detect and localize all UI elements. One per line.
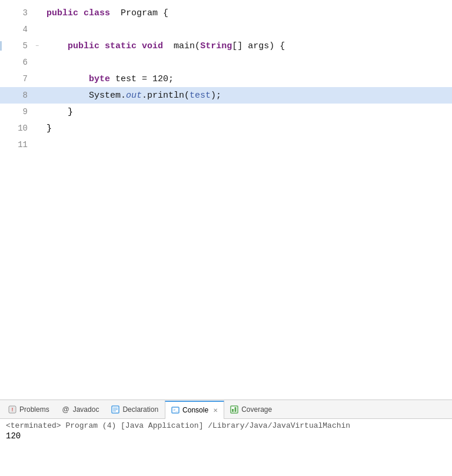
tab-problems[interactable]: !Problems: [2, 400, 56, 418]
line-content: public class Program {: [41, 8, 168, 18]
line-content: byte test = 120;: [41, 74, 174, 84]
svg-rect-8: [231, 406, 238, 413]
code-lines: 3public class Program {45− public static…: [0, 5, 452, 400]
tab-coverage[interactable]: Coverage: [224, 400, 278, 418]
code-line: 9 }: [0, 104, 452, 120]
tab-javadoc[interactable]: @Javadoc: [56, 400, 106, 418]
line-number: 8: [0, 91, 32, 100]
line-number: 5: [0, 41, 32, 51]
code-line: 6: [0, 54, 452, 71]
tab-bar: !Problems@JavadocDeclaration>_Console✕Co…: [0, 400, 452, 419]
tab-close-console[interactable]: ✕: [213, 407, 218, 414]
collapse-icon[interactable]: −: [34, 42, 41, 49]
console-terminated-line: <terminated> Program (4) [Java Applicati…: [6, 421, 446, 430]
declaration-icon: [111, 405, 119, 414]
svg-text:>_: >_: [173, 408, 178, 412]
tab-console[interactable]: >_Console✕: [165, 401, 224, 419]
tab-label-coverage: Coverage: [241, 405, 272, 414]
code-line: 5− public static void main(String[] args…: [0, 38, 452, 54]
code-line: 3public class Program {: [0, 5, 452, 21]
line-content: }: [41, 107, 73, 117]
svg-rect-10: [235, 407, 237, 412]
line-number: 11: [0, 140, 32, 149]
svg-text:!: !: [12, 407, 14, 412]
line-number: 4: [0, 25, 32, 34]
code-line: 10}: [0, 120, 452, 137]
tab-label-javadoc: Javadoc: [73, 405, 99, 414]
code-line: 8 System.out.println(test);: [0, 87, 452, 104]
line-content: public static void main(String[] args) {: [41, 41, 285, 51]
console-content: <terminated> Program (4) [Java Applicati…: [0, 419, 452, 476]
line-number: 10: [0, 124, 32, 133]
bottom-panel: !Problems@JavadocDeclaration>_Console✕Co…: [0, 400, 452, 476]
code-editor: 3public class Program {45− public static…: [0, 0, 452, 400]
console-output-line: 120: [6, 431, 446, 441]
line-number: 3: [0, 8, 32, 18]
line-number: 9: [0, 107, 32, 116]
tab-label-console: Console: [182, 406, 208, 414]
line-content: }: [41, 124, 52, 134]
line-content: System.out.println(test);: [41, 91, 221, 101]
tab-label-problems: Problems: [19, 405, 49, 414]
line-number: 6: [0, 58, 32, 67]
line-number: 7: [0, 74, 32, 84]
warning-icon: !: [8, 405, 16, 414]
code-line: 4: [0, 21, 452, 38]
svg-rect-9: [232, 409, 234, 412]
at-icon: @: [62, 405, 70, 414]
console-icon: >_: [171, 406, 180, 414]
tab-declaration[interactable]: Declaration: [105, 400, 165, 418]
code-line: 7 byte test = 120;: [0, 71, 452, 87]
code-line: 11: [0, 137, 452, 153]
tab-label-declaration: Declaration: [122, 405, 158, 414]
coverage-icon: [230, 405, 238, 414]
